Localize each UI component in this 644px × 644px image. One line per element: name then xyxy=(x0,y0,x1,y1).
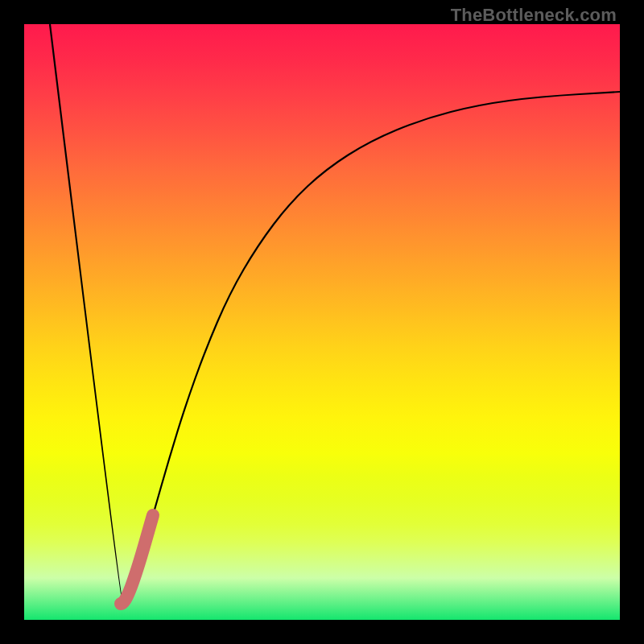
chart-svg xyxy=(24,24,620,620)
v-curve-line xyxy=(50,24,620,604)
plot-area xyxy=(24,24,620,620)
highlight-segment-line xyxy=(121,515,153,604)
chart-frame: TheBottleneck.com xyxy=(0,0,644,644)
watermark-text: TheBottleneck.com xyxy=(451,5,617,26)
